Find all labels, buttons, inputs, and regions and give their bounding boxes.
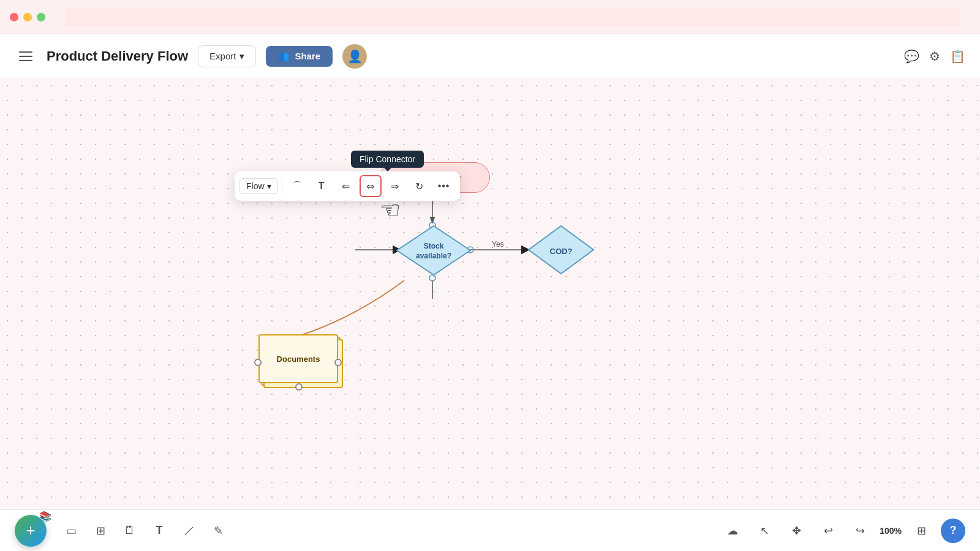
cod-diamond-container[interactable]: COD?: [526, 223, 597, 279]
menu-line: [19, 60, 32, 61]
flip-left-icon: ⇐: [342, 181, 350, 192]
url-bar: [65, 9, 960, 26]
rotate-button[interactable]: ↻: [409, 175, 431, 197]
flip-right-icon: ⇒: [391, 181, 399, 192]
minimize-dot[interactable]: [23, 13, 32, 21]
export-label: Export: [209, 51, 236, 61]
tooltip-text: Flip Connector: [360, 154, 415, 164]
comment-icon[interactable]: 💬: [904, 49, 919, 64]
select-tool-icon[interactable]: ↖: [752, 519, 777, 543]
add-fab-button[interactable]: + 📚: [15, 515, 47, 547]
note-icon: 🗒: [124, 524, 135, 537]
table-tool-button[interactable]: ⊞: [88, 519, 113, 543]
rect-icon: ▭: [66, 524, 77, 538]
yes-connector-label: Yes: [492, 240, 504, 249]
text-icon: T: [318, 181, 325, 192]
note-tool-button[interactable]: 🗒: [118, 519, 142, 543]
document-title: Product Delivery Flow: [47, 48, 188, 64]
undo-button[interactable]: ↩: [816, 519, 840, 543]
grid-toggle-button[interactable]: ⊞: [909, 519, 933, 543]
title-bar: [0, 0, 980, 34]
zoom-level: 100%: [880, 526, 902, 536]
handle-bottom[interactable]: [295, 383, 303, 391]
rect-tool-button[interactable]: ▭: [59, 519, 83, 543]
share-label: Share: [295, 51, 320, 61]
line-icon: —: [180, 522, 197, 539]
flip-right-button[interactable]: ⇒: [384, 175, 406, 197]
stock-label: Stockavailable?: [416, 242, 451, 261]
text-tool-button[interactable]: T: [147, 519, 172, 543]
window-dots: [10, 13, 45, 21]
bottom-right-tools: ☁ ↖ ✥ ↩ ↪ 100% ⊞ ?: [720, 519, 965, 543]
curve-icon: ⌒: [292, 180, 302, 193]
avatar[interactable]: 👤: [342, 44, 367, 69]
add-icon: +: [26, 521, 35, 540]
cod-label: COD?: [550, 247, 573, 256]
maximize-dot[interactable]: [37, 13, 45, 21]
handle-left[interactable]: [254, 359, 262, 366]
table-icon: ⊞: [96, 524, 105, 538]
flip-connector-button[interactable]: ⇔: [360, 175, 382, 197]
avatar-emoji: 👤: [347, 49, 363, 64]
text-tool-icon: T: [156, 524, 163, 537]
floating-toolbar: Flow ▾ ⌒ T ⇐ ⇔ ⇒ ↻ •••: [235, 171, 460, 201]
fab-decoration: 📚: [39, 510, 51, 523]
flip-left-button[interactable]: ⇐: [335, 175, 357, 197]
menu-line: [19, 56, 32, 57]
menu-line: [19, 51, 32, 53]
more-icon: •••: [438, 181, 450, 192]
close-dot[interactable]: [10, 13, 18, 21]
header-right-icons: 💬 ⚙ 📋: [904, 49, 965, 64]
rotate-icon: ↻: [415, 181, 423, 192]
redo-button[interactable]: ↪: [848, 519, 872, 543]
share-icon: 👥: [278, 51, 290, 62]
help-label: ?: [950, 524, 957, 537]
cloud-icon[interactable]: ☁: [720, 519, 745, 543]
settings-icon[interactable]: ⚙: [929, 49, 940, 64]
chevron-down-icon: ▾: [239, 51, 244, 62]
canvas[interactable]: place the order Stockavailable? COD? Yes…: [0, 78, 980, 551]
documents-label: Documents: [277, 354, 320, 364]
text-button[interactable]: T: [311, 175, 333, 197]
pen-tool-button[interactable]: ✎: [206, 519, 230, 543]
edit-icon[interactable]: 📋: [950, 49, 965, 64]
divider: [282, 179, 282, 193]
pen-icon: ✎: [214, 524, 223, 538]
flow-type-button[interactable]: Flow ▾: [239, 178, 278, 194]
export-button[interactable]: Export ▾: [198, 45, 256, 67]
flow-label: Flow: [246, 181, 265, 191]
more-button[interactable]: •••: [433, 175, 455, 197]
share-button[interactable]: 👥 Share: [266, 46, 333, 67]
cursor: ☜: [380, 198, 401, 222]
header: Product Delivery Flow Export ▾ 👥 Share 👤…: [0, 34, 980, 78]
help-button[interactable]: ?: [941, 519, 965, 543]
handle-right[interactable]: [334, 359, 342, 366]
flip-both-icon: ⇔: [366, 181, 374, 192]
curve-button[interactable]: ⌒: [286, 175, 308, 197]
chevron-down-icon: ▾: [267, 181, 271, 191]
flip-connector-tooltip: Flip Connector: [351, 151, 424, 168]
bottom-toolbar: + 📚 ▭ ⊞ 🗒 T — ✎ ☁ ↖ ✥ ↩ ↪ 100% ⊞ ?: [0, 509, 980, 551]
menu-button[interactable]: [15, 45, 37, 67]
connector-layer: [0, 78, 980, 551]
move-tool-icon[interactable]: ✥: [784, 519, 809, 543]
line-tool-button[interactable]: —: [176, 519, 201, 543]
stock-diamond-container[interactable]: Stockavailable?: [394, 223, 473, 280]
